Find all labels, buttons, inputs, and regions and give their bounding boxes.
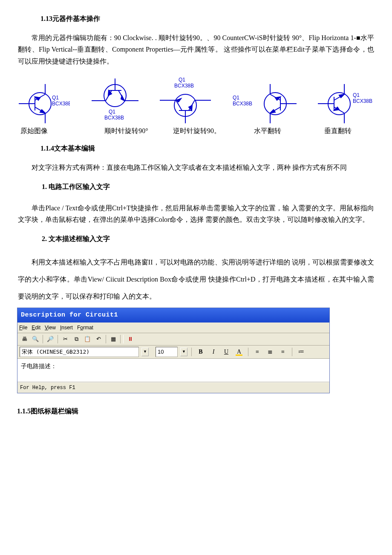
toolbar-separator xyxy=(248,348,248,356)
font-name-dropdown-icon[interactable]: ▼ xyxy=(141,348,149,356)
label-q1: Q1 xyxy=(233,95,239,101)
para-1-13: 常用的元器件编辑功能有：90 Clockwise. . 顺时针旋转90。、90 … xyxy=(17,32,375,67)
toolbar-separator xyxy=(120,335,124,343)
figure-flipv: Q1 BCX38B xyxy=(318,84,373,123)
caption-ccw90: 逆时针旋转90。 xyxy=(161,125,232,137)
menu-insert[interactable]: Insert xyxy=(60,323,73,332)
label-q1: Q1 xyxy=(52,95,59,101)
caption-cw90: 顺时针旋转90° xyxy=(91,125,162,137)
insert-object-icon[interactable]: ▦ xyxy=(108,334,118,344)
para-1-1-4: 对文字注释方式有两种：直接在电路工作区输入文字或者在文本描述框输入文字，两种 操… xyxy=(17,162,375,173)
pause-icon[interactable]: II xyxy=(125,334,135,344)
description-text-area[interactable]: 子电路描述： xyxy=(17,359,329,382)
italic-button[interactable]: I xyxy=(208,347,219,357)
menu-bar: File Edit View Insert Format xyxy=(17,323,329,333)
figure-cw90: Q1 BCX38B xyxy=(92,78,138,123)
underline-button[interactable]: U xyxy=(221,347,231,357)
transistor-cw90-icon: Q1 BCX38B xyxy=(92,78,138,123)
font-size-combobox[interactable]: 10 xyxy=(156,347,178,357)
bold-button[interactable]: B xyxy=(196,347,206,357)
heading-sub1: 1. 电路工作区输入文字 xyxy=(17,181,375,192)
transistor-original-icon: Q1 BCX38B xyxy=(19,84,70,123)
label-part: BCX38B xyxy=(353,98,372,104)
toolbar-separator xyxy=(292,348,292,356)
para-sub2: 利用文本描述框输入文字不占用电路窗II，可以对电路的功能、实用说明等进行详细的 … xyxy=(17,254,375,305)
standard-toolbar: 🖶 🔍 🔎 ✂ ⧉ 📋 ↶ ▦ II xyxy=(17,333,329,346)
cut-icon[interactable]: ✂ xyxy=(60,334,70,344)
bullet-list-icon[interactable]: ≔ xyxy=(296,347,306,357)
figure-captions: 原始图像 顺时针旋转90° 逆时针旋转90。 水平翻转 垂直翻转 xyxy=(17,125,375,137)
label-part: BCX38B xyxy=(104,115,124,121)
format-toolbar: 宋体 (CHINESE_GB2312) ▼ 10 ▼ B I U A ≡ ≣ ≡… xyxy=(17,346,329,359)
heading-1-1-4: 1.1.4文本基本编辑 xyxy=(17,142,375,154)
heading-1-13: 1.13元器件基本操作 xyxy=(17,13,375,24)
font-size-dropdown-icon[interactable]: ▼ xyxy=(180,348,187,356)
status-bar: For Help, press F1 xyxy=(17,382,329,393)
paste-icon[interactable]: 📋 xyxy=(82,334,92,344)
find-icon[interactable]: 🔎 xyxy=(45,334,55,344)
svg-marker-16 xyxy=(121,96,124,101)
menu-view[interactable]: View xyxy=(45,323,56,332)
menu-file[interactable]: File xyxy=(19,323,27,332)
caption-flipv: 垂直翻转 xyxy=(303,125,373,137)
print-icon[interactable]: 🖶 xyxy=(19,334,29,344)
label-q1: Q1 xyxy=(109,109,115,115)
label-part: BCX38B xyxy=(233,101,252,107)
caption-fliph: 水平翻转 xyxy=(232,125,303,137)
align-center-icon[interactable]: ≣ xyxy=(265,347,275,357)
description-box-window: Description for Circuit1 File Edit View … xyxy=(17,308,330,393)
caption-original: 原始图像 xyxy=(19,125,91,137)
window-title: Description for Circuit1 xyxy=(17,308,329,323)
transistor-ccw90-icon: Q1 BCX38B xyxy=(160,76,211,123)
menu-format[interactable]: Format xyxy=(77,323,93,332)
font-color-button[interactable]: A xyxy=(234,347,244,357)
print-preview-icon[interactable]: 🔍 xyxy=(30,334,40,344)
align-left-icon[interactable]: ≡ xyxy=(252,347,262,357)
component-figures-row: Q1 BCX38B Q1 BCX38B Q1 BCX38B xyxy=(17,76,375,123)
toolbar-separator xyxy=(106,335,106,343)
figure-fliph: Q1 BCX38B xyxy=(233,84,297,123)
label-q1: Q1 xyxy=(353,92,360,98)
heading-1-1-5: 1.1.5图纸标题栏编辑 xyxy=(17,405,375,417)
menu-edit[interactable]: Edit xyxy=(32,323,40,332)
figure-original: Q1 BCX38B xyxy=(19,84,70,123)
font-name-combobox[interactable]: 宋体 (CHINESE_GB2312) xyxy=(20,347,139,357)
align-right-icon[interactable]: ≡ xyxy=(278,347,288,357)
label-part: BCX38B xyxy=(174,83,194,89)
figure-ccw90: Q1 BCX38B xyxy=(160,76,211,123)
transistor-flipv-icon: Q1 BCX38B xyxy=(318,84,373,123)
heading-sub2: 2. 文本描述框输入文字 xyxy=(17,233,375,244)
toolbar-separator xyxy=(43,335,43,343)
undo-icon[interactable]: ↶ xyxy=(93,334,104,344)
para-sub1: 单击Place / Text命令或使用Ctrl+T快捷操作，然后用鼠标单击需要输… xyxy=(17,202,375,225)
font-size-value: 10 xyxy=(158,347,164,357)
copy-icon[interactable]: ⧉ xyxy=(71,334,81,344)
toolbar-separator xyxy=(191,348,192,356)
toolbar-separator xyxy=(58,335,58,343)
label-q1: Q1 xyxy=(179,77,185,83)
transistor-fliph-icon: Q1 BCX38B xyxy=(233,84,297,123)
label-part: BCX38B xyxy=(52,101,70,107)
font-name-value: 宋体 (CHINESE_GB2312) xyxy=(22,347,89,357)
